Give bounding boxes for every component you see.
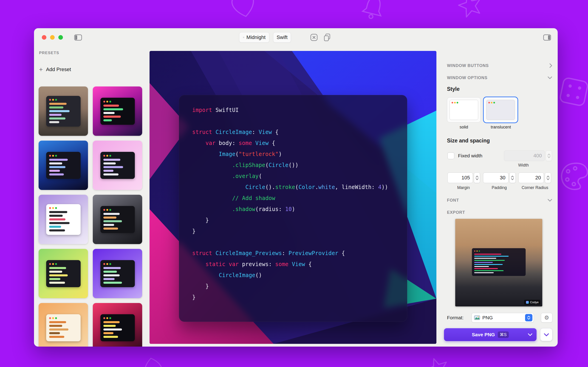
presets-header: PRESETS bbox=[39, 51, 59, 55]
clear-button[interactable] bbox=[309, 28, 319, 47]
chevron-down-icon bbox=[544, 333, 549, 336]
star-icon bbox=[454, 0, 487, 23]
padding-input[interactable] bbox=[483, 173, 509, 183]
export-section: EXPORT bbox=[447, 208, 552, 217]
translucent-window-preview bbox=[486, 100, 515, 120]
save-label: Save PNG bbox=[472, 332, 495, 337]
font-header: FONT bbox=[447, 198, 459, 203]
width-input[interactable] bbox=[504, 150, 545, 161]
plus-icon: + bbox=[39, 66, 43, 73]
font-section[interactable]: FONT bbox=[447, 196, 552, 205]
language-selector-button[interactable]: Swift bbox=[273, 32, 291, 43]
export-header: EXPORT bbox=[447, 210, 465, 215]
toggle-inspector-button[interactable] bbox=[542, 28, 552, 47]
preset-thumbnail[interactable] bbox=[93, 249, 142, 298]
palette-icon bbox=[556, 158, 588, 194]
preset-grid bbox=[39, 86, 142, 347]
format-label: Format: bbox=[447, 315, 464, 320]
copy-icon bbox=[323, 33, 331, 42]
gear-icon: ⚙ bbox=[544, 315, 549, 321]
size-spacing-header: Size and spacing bbox=[447, 138, 490, 144]
watermark-label: Codye bbox=[530, 300, 539, 304]
preset-thumbnail[interactable] bbox=[39, 141, 88, 190]
add-preset-button[interactable]: + Add Preset bbox=[39, 66, 71, 73]
bell-icon bbox=[356, 0, 390, 25]
dice-icon bbox=[555, 73, 588, 112]
margin-input[interactable] bbox=[447, 173, 473, 183]
image-icon bbox=[474, 315, 480, 320]
preset-thumbnail[interactable] bbox=[93, 86, 142, 136]
keyboard-shortcut-badge: ⌘S bbox=[498, 332, 509, 338]
right-panel-icon bbox=[543, 34, 551, 41]
save-options-chevron-icon bbox=[528, 333, 532, 336]
code-block: import SwiftUI struct CircleImage: View … bbox=[192, 105, 407, 303]
corner-radius-stepper[interactable] bbox=[545, 173, 551, 183]
theme-icon bbox=[243, 34, 244, 40]
add-preset-label: Add Preset bbox=[46, 67, 71, 73]
width-stepper[interactable] bbox=[546, 150, 552, 161]
preset-thumbnail[interactable] bbox=[39, 195, 88, 244]
margin-stepper[interactable] bbox=[474, 173, 480, 183]
star-icon bbox=[421, 352, 454, 367]
app-window: Midnight Swift PRESETS + bbox=[34, 28, 558, 347]
theme-name-label: Midnight bbox=[246, 34, 266, 40]
padding-stepper[interactable] bbox=[510, 173, 516, 183]
minimize-window-button[interactable] bbox=[50, 35, 55, 40]
window-options-section[interactable]: WINDOW OPTIONS bbox=[447, 73, 552, 82]
traffic-lights bbox=[42, 28, 63, 47]
corner-radius-input[interactable] bbox=[519, 173, 544, 183]
style-caption-translucent: translucent bbox=[484, 125, 518, 130]
preset-thumbnail[interactable] bbox=[93, 141, 142, 190]
heart-icon bbox=[138, 353, 167, 367]
preset-thumbnail[interactable] bbox=[93, 195, 142, 244]
export-preview: Codye bbox=[455, 219, 542, 307]
style-option-solid[interactable] bbox=[447, 97, 481, 123]
theme-selector-button[interactable]: Midnight bbox=[239, 32, 269, 43]
copy-button[interactable] bbox=[321, 28, 333, 47]
preset-thumbnail[interactable] bbox=[39, 303, 88, 347]
heart-icon bbox=[225, 0, 262, 23]
code-window[interactable]: import SwiftUI struct CircleImage: View … bbox=[179, 95, 407, 322]
padding-caption: Padding bbox=[483, 185, 515, 190]
dropdown-arrows-icon bbox=[525, 314, 532, 321]
solid-window-preview bbox=[450, 100, 478, 120]
chevron-down-icon bbox=[547, 199, 552, 202]
export-preview-lines bbox=[474, 254, 523, 273]
export-options-button[interactable] bbox=[540, 328, 552, 341]
margin-caption: Margin bbox=[447, 185, 480, 190]
window-buttons-header: WINDOW BUTTONS bbox=[447, 63, 489, 68]
window-buttons-section[interactable]: WINDOW BUTTONS bbox=[447, 61, 552, 70]
corner-radius-caption: Corner Radius bbox=[519, 185, 551, 190]
preset-thumbnail[interactable] bbox=[39, 249, 88, 298]
fixed-width-checkbox[interactable] bbox=[447, 152, 454, 159]
chevron-down-icon bbox=[547, 76, 552, 79]
close-window-button[interactable] bbox=[42, 35, 46, 40]
window-options-header: WINDOW OPTIONS bbox=[447, 75, 487, 80]
inspector-panel: WINDOW BUTTONS WINDOW OPTIONS Style soli… bbox=[447, 47, 552, 347]
format-dropdown[interactable]: PNG bbox=[472, 313, 534, 323]
style-option-translucent[interactable] bbox=[484, 97, 518, 123]
fixed-width-label: Fixed width bbox=[458, 153, 482, 158]
save-button[interactable]: Save PNG ⌘S bbox=[444, 328, 536, 341]
language-name-label: Swift bbox=[277, 34, 288, 40]
export-preview-code-card bbox=[472, 248, 526, 276]
width-caption: Width bbox=[503, 163, 544, 168]
zoom-window-button[interactable] bbox=[58, 35, 63, 40]
export-settings-button[interactable]: ⚙ bbox=[541, 313, 552, 323]
artboard-preview: import SwiftUI struct CircleImage: View … bbox=[149, 51, 436, 344]
preset-thumbnail[interactable] bbox=[93, 303, 142, 347]
format-value: PNG bbox=[482, 315, 523, 320]
sidebar-icon bbox=[74, 34, 82, 41]
watermark-logo-icon bbox=[526, 301, 529, 304]
clear-icon bbox=[310, 33, 318, 41]
titlebar: Midnight Swift bbox=[34, 28, 558, 47]
style-caption-solid: solid bbox=[447, 125, 481, 130]
watermark: Codye bbox=[524, 300, 540, 305]
style-header: Style bbox=[447, 86, 460, 92]
toggle-sidebar-button[interactable] bbox=[73, 28, 83, 47]
preset-thumbnail[interactable] bbox=[39, 86, 88, 136]
presets-sidebar: PRESETS + Add Preset bbox=[34, 47, 149, 347]
chevron-right-icon bbox=[549, 63, 552, 68]
